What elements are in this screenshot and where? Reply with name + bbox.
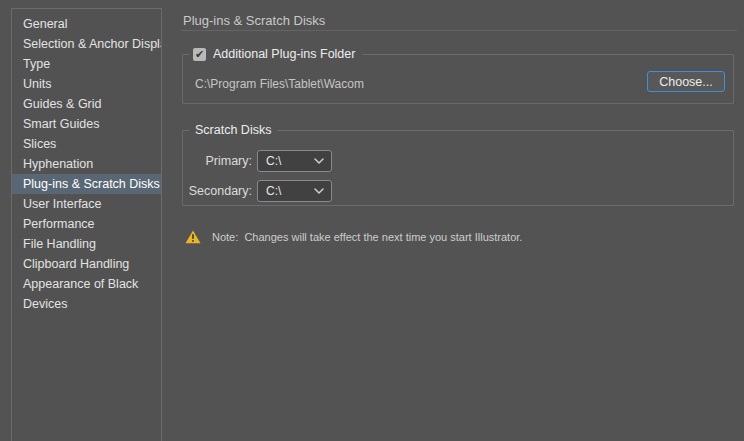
restart-note-text: Note: Changes will take effect the next … (212, 231, 522, 243)
primary-disk-row: Primary: C:\ (183, 150, 332, 172)
secondary-disk-select[interactable]: C:\ (257, 180, 332, 202)
scratch-disks-legend: Scratch Disks (189, 123, 277, 138)
sidebar-item-type[interactable]: Type (12, 54, 161, 74)
secondary-disk-row: Secondary: C:\ (183, 180, 332, 202)
additional-plugins-checkbox[interactable]: ✔ (193, 48, 206, 61)
sidebar-item-user-interface[interactable]: User Interface (12, 194, 161, 214)
sidebar-item-selection-anchor-display[interactable]: Selection & Anchor Display (12, 34, 161, 54)
plugins-folder-path: C:\Program Files\Tablet\Wacom (195, 77, 364, 91)
primary-disk-label: Primary: (183, 154, 252, 168)
preferences-category-list: General Selection & Anchor Display Type … (11, 8, 162, 441)
sidebar-item-plug-ins-scratch-disks[interactable]: Plug-ins & Scratch Disks (12, 174, 161, 194)
sidebar-item-slices[interactable]: Slices (12, 134, 161, 154)
scratch-disks-label: Scratch Disks (195, 123, 271, 138)
sidebar-item-file-handling[interactable]: File Handling (12, 234, 161, 254)
chevron-down-icon (314, 188, 324, 194)
sidebar-item-devices[interactable]: Devices (12, 294, 161, 314)
primary-disk-value: C:\ (266, 154, 314, 168)
sidebar-item-performance[interactable]: Performance (12, 214, 161, 234)
chevron-down-icon (314, 158, 324, 164)
restart-note: Note: Changes will take effect the next … (185, 230, 522, 244)
page-title: Plug-ins & Scratch Disks (183, 13, 325, 28)
plug-ins-scratch-disks-panel: Plug-ins & Scratch Disks ✔ Additional Pl… (163, 0, 744, 441)
sidebar-item-general[interactable]: General (12, 14, 161, 34)
additional-plugins-legend: ✔ Additional Plug-ins Folder (189, 47, 362, 62)
sidebar-item-guides-grid[interactable]: Guides & Grid (12, 94, 161, 114)
secondary-disk-value: C:\ (266, 184, 314, 198)
secondary-disk-label: Secondary: (183, 184, 252, 198)
choose-folder-button[interactable]: Choose... (647, 71, 725, 92)
header-divider (181, 30, 737, 31)
additional-plugins-label: Additional Plug-ins Folder (213, 47, 355, 62)
scratch-disks-group: Scratch Disks Primary: C:\ Secondary: C:… (182, 130, 734, 206)
primary-disk-select[interactable]: C:\ (257, 150, 332, 172)
sidebar-item-clipboard-handling[interactable]: Clipboard Handling (12, 254, 161, 274)
sidebar-item-appearance-of-black[interactable]: Appearance of Black (12, 274, 161, 294)
sidebar-item-smart-guides[interactable]: Smart Guides (12, 114, 161, 134)
warning-triangle-icon (185, 230, 201, 244)
additional-plugins-group: ✔ Additional Plug-ins Folder C:\Program … (182, 54, 734, 104)
checkmark-icon: ✔ (195, 48, 204, 61)
sidebar-item-hyphenation[interactable]: Hyphenation (12, 154, 161, 174)
sidebar-item-units[interactable]: Units (12, 74, 161, 94)
